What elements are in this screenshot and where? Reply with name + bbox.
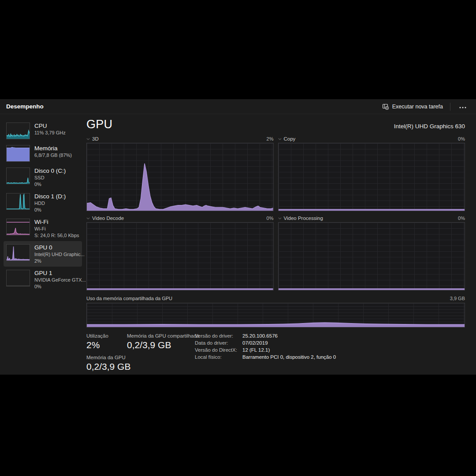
stats-column-2: Memória da GPU compartilhada 0,2/3,9 GB <box>127 333 193 376</box>
gpu-1-title: GPU 1 <box>34 269 79 277</box>
gpu-memory-value: 0,2/3,9 GB <box>86 361 127 372</box>
chevron-down-icon <box>86 217 90 219</box>
gpu-device-name: Intel(R) UHD Graphics 630 <box>394 123 465 130</box>
gpu-panel-header: GPU Intel(R) UHD Graphics 630 <box>86 118 465 131</box>
disco-0-title: Disco 0 (C:) <box>34 167 66 175</box>
shared-memory-value: 0,2/3,9 GB <box>127 340 193 350</box>
engine-select-copy[interactable]: Copy <box>278 136 296 141</box>
detail-label: Local físico: <box>195 354 239 360</box>
gpu-0-thumbnail <box>6 244 30 261</box>
engine-chart-label: Video Decode <box>92 216 124 221</box>
detail-label: Versão do DirectX: <box>195 347 239 353</box>
performance-sidebar: CPU11% 3,79 GHzMemória6,8/7,8 GB (87%)Di… <box>0 114 84 374</box>
more-options-button[interactable] <box>454 101 472 112</box>
engine-chart-value: 0% <box>458 216 465 221</box>
new-task-icon <box>382 103 389 110</box>
shared-memory-chart-block: Uso da memória compartilhada da GPU 3,9 … <box>86 295 465 327</box>
detail-value: 07/02/2019 <box>242 340 336 346</box>
engine-chart-3d <box>86 143 274 211</box>
sidebar-item-disco-1[interactable]: Disco 1 (D:)HDD0% <box>4 190 82 216</box>
gpu-0-text: GPU 0Intel(R) UHD Graphic...2% <box>34 244 79 264</box>
disco-1-subline: 0% <box>34 207 66 213</box>
engine-chart-cell: 3D2% <box>86 135 274 211</box>
memoria-subline: 6,8/7,8 GB (87%) <box>34 152 72 159</box>
run-new-task-label: Executar nova tarefa <box>392 104 443 110</box>
cpu-text: CPU11% 3,79 GHz <box>34 122 66 136</box>
header-bar: Desempenho Executar nova tarefa <box>0 99 476 114</box>
gpu-1-text: GPU 1NVIDIA GeForce GTX...0% <box>34 269 79 290</box>
shared-memory-chart <box>86 303 465 327</box>
wifi-thumbnail <box>6 219 30 235</box>
gpu-0-subline: 2% <box>34 258 79 264</box>
disco-0-thumbnail <box>6 167 30 184</box>
engine-chart-copy <box>278 143 465 211</box>
ellipsis-icon <box>459 107 466 108</box>
content-area: CPU11% 3,79 GHzMemória6,8/7,8 GB (87%)Di… <box>0 114 476 374</box>
engine-chart-cell: Copy0% <box>278 135 465 211</box>
wifi-text: Wi-FiWi-FiS: 24,0 R: 56,0 Kbps <box>34 218 79 238</box>
engine-chart-label: 3D <box>92 136 99 141</box>
run-new-task-button[interactable]: Executar nova tarefa <box>379 101 446 112</box>
task-manager-window: Desempenho Executar nova tarefa CP <box>0 99 476 375</box>
sidebar-item-gpu-0[interactable]: GPU 0Intel(R) UHD Graphic...2% <box>4 241 82 267</box>
chart-head: Video Processing0% <box>278 214 465 222</box>
engine-chart-cell: Video Decode0% <box>86 214 274 290</box>
detail-label: Data do driver: <box>195 340 239 346</box>
shared-memory-chart-head: Uso da memória compartilhada da GPU 3,9 … <box>86 295 465 302</box>
disco-0-subline: 0% <box>34 181 66 188</box>
gpu-1-thumbnail <box>6 270 30 286</box>
engine-chart-cell: Video Processing0% <box>278 214 465 290</box>
chart-head: 3D2% <box>86 135 274 143</box>
detail-label: Versão do driver: <box>195 333 239 338</box>
chart-head: Copy0% <box>278 135 465 143</box>
disco-1-subline: HDD <box>34 200 66 207</box>
gpu-memory-label: Memória da GPU <box>86 355 127 360</box>
disco-0-text: Disco 0 (C:)SSD0% <box>34 167 66 187</box>
memoria-text: Memória6,8/7,8 GB (87%) <box>34 145 72 159</box>
disco-1-text: Disco 1 (D:)HDD0% <box>34 193 66 213</box>
wifi-title: Wi-Fi <box>34 218 79 226</box>
wifi-subline: Wi-Fi <box>34 226 79 232</box>
shared-memory-chart-label: Uso da memória compartilhada da GPU <box>86 296 172 301</box>
detail-value: 25.20.100.6576 <box>242 333 336 338</box>
chevron-down-icon <box>278 217 282 219</box>
cpu-thumbnail <box>6 123 30 139</box>
gpu-panel: GPU Intel(R) UHD Graphics 630 3D2%Copy0%… <box>84 114 476 374</box>
page-title: Desempenho <box>6 103 44 110</box>
stats-column-1: Utilização 2% Memória da GPU 0,2/3,9 GB <box>86 333 127 376</box>
engine-chart-label: Video Processing <box>284 216 323 221</box>
gpu-0-subline: Intel(R) UHD Graphic... <box>34 251 79 258</box>
sidebar-item-wifi[interactable]: Wi-FiWi-FiS: 24,0 R: 56,0 Kbps <box>4 216 82 241</box>
utilization-value: 2% <box>86 340 127 350</box>
gpu-1-subline: 0% <box>34 283 79 290</box>
sidebar-item-cpu[interactable]: CPU11% 3,79 GHz <box>4 119 82 142</box>
engine-charts-grid: 3D2%Copy0%Video Decode0%Video Processing… <box>86 135 465 290</box>
wifi-subline: S: 24,0 R: 56,0 Kbps <box>34 232 79 239</box>
detail-value: Barramento PCI 0, dispositivo 2, função … <box>242 354 336 360</box>
cpu-subline: 11% 3,79 GHz <box>34 130 66 136</box>
header-actions: Executar nova tarefa <box>379 101 472 112</box>
sidebar-item-memoria[interactable]: Memória6,8/7,8 GB (87%) <box>4 142 82 164</box>
gpu-0-title: GPU 0 <box>34 244 79 251</box>
engine-chart-value: 0% <box>458 136 465 141</box>
gpu-1-subline: NVIDIA GeForce GTX... <box>34 277 79 283</box>
engine-chart-video-decode <box>86 222 274 290</box>
engine-chart-video-processing <box>278 222 465 290</box>
chevron-down-icon <box>86 138 90 140</box>
cpu-title: CPU <box>34 122 66 130</box>
disco-0-subline: SSD <box>34 175 66 181</box>
shared-memory-chart-scale: 3,9 GB <box>450 296 465 301</box>
sidebar-item-disco-0[interactable]: Disco 0 (C:)SSD0% <box>4 164 82 190</box>
engine-chart-value: 0% <box>267 216 274 221</box>
memoria-thumbnail <box>6 145 30 162</box>
engine-select-video-processing[interactable]: Video Processing <box>278 216 323 221</box>
engine-select-video-decode[interactable]: Video Decode <box>86 216 124 221</box>
gpu-title: GPU <box>86 118 112 131</box>
engine-select-3d[interactable]: 3D <box>86 136 99 141</box>
disco-1-title: Disco 1 (D:) <box>34 193 66 200</box>
driver-details: Versão do driver:25.20.100.6576Data do d… <box>195 333 336 376</box>
sidebar-item-gpu-1[interactable]: GPU 1NVIDIA GeForce GTX...0% <box>4 267 82 292</box>
disco-1-thumbnail <box>6 193 30 210</box>
shared-memory-label: Memória da GPU compartilhada <box>127 333 193 338</box>
header-separator <box>450 103 450 111</box>
